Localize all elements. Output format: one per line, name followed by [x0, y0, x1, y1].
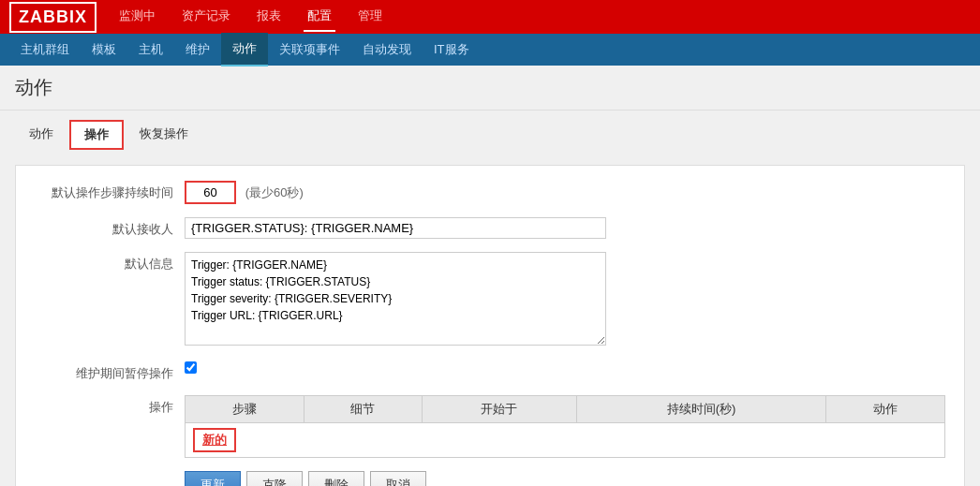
update-button[interactable]: 更新 — [185, 471, 241, 486]
second-navigation: 主机群组 模板 主机 维护 动作 关联项事件 自动发现 IT服务 — [0, 34, 980, 66]
operations-table: 步骤 细节 开始于 持续时间(秒) 动作 新的 — [185, 395, 945, 458]
ops-new-row: 新的 — [186, 423, 945, 458]
message-control: Trigger: {TRIGGER.NAME} Trigger status: … — [185, 252, 945, 348]
nav-config[interactable]: 配置 — [304, 2, 335, 32]
delete-button[interactable]: 删除 — [308, 471, 364, 486]
nav-admin[interactable]: 管理 — [354, 2, 386, 32]
step-duration-control: (最少60秒) — [185, 181, 945, 204]
tab-bar: 动作 操作 恢复操作 — [15, 120, 965, 150]
col-action: 动作 — [826, 396, 945, 423]
new-operation-link[interactable]: 新的 — [193, 428, 236, 452]
zabbix-logo: ZABBIX — [9, 2, 97, 33]
nav-assets[interactable]: 资产记录 — [178, 2, 234, 32]
page-title: 动作 — [15, 75, 965, 100]
message-textarea[interactable]: Trigger: {TRIGGER.NAME} Trigger status: … — [185, 252, 606, 346]
pause-checkbox[interactable] — [185, 361, 197, 374]
message-row: 默认信息 Trigger: {TRIGGER.NAME} Trigger sta… — [35, 252, 945, 348]
recipient-control — [185, 217, 945, 239]
page-title-bar: 动作 — [0, 66, 980, 110]
message-label: 默认信息 — [35, 252, 185, 272]
content-area: 动作 操作 恢复操作 默认操作步骤持续时间 (最少60秒) 默认接收人 默认信息… — [0, 110, 980, 486]
tab-recovery[interactable]: 恢复操作 — [126, 120, 202, 150]
recipient-input[interactable] — [185, 217, 606, 239]
nav-hosts[interactable]: 主机 — [127, 34, 174, 66]
top-navigation: ZABBIX 监测中 资产记录 报表 配置 管理 — [0, 0, 980, 34]
nav-itservices[interactable]: IT服务 — [423, 34, 481, 66]
tab-operations[interactable]: 操作 — [69, 120, 124, 150]
pause-row: 维护期间暂停操作 — [35, 361, 945, 382]
col-detail: 细节 — [304, 396, 423, 423]
pause-control — [185, 361, 945, 374]
nav-monitor[interactable]: 监测中 — [115, 2, 159, 32]
cancel-button[interactable]: 取消 — [370, 471, 426, 486]
col-duration: 持续时间(秒) — [576, 396, 826, 423]
nav-hostgroups[interactable]: 主机群组 — [9, 34, 81, 66]
operations-label: 操作 — [35, 395, 185, 416]
step-duration-hint: (最少60秒) — [245, 185, 304, 199]
nav-reports[interactable]: 报表 — [253, 2, 285, 32]
ops-new-cell: 新的 — [186, 423, 945, 458]
form-section: 默认操作步骤持续时间 (最少60秒) 默认接收人 默认信息 Trigger: {… — [15, 165, 965, 486]
nav-actions[interactable]: 动作 — [221, 33, 268, 66]
step-duration-row: 默认操作步骤持续时间 (最少60秒) — [35, 181, 945, 204]
step-duration-label: 默认操作步骤持续时间 — [35, 181, 185, 201]
operations-row: 操作 步骤 细节 开始于 持续时间(秒) 动作 — [35, 395, 945, 458]
col-start: 开始于 — [423, 396, 577, 423]
tab-action[interactable]: 动作 — [15, 120, 67, 150]
nav-maintenance[interactable]: 维护 — [174, 34, 221, 66]
recipient-label: 默认接收人 — [35, 217, 185, 238]
operations-control: 步骤 细节 开始于 持续时间(秒) 动作 新的 — [185, 395, 945, 458]
nav-templates[interactable]: 模板 — [81, 34, 127, 66]
button-row: 更新 克隆 删除 取消 — [35, 471, 945, 486]
col-steps: 步骤 — [186, 396, 304, 423]
recipient-row: 默认接收人 — [35, 217, 945, 239]
pause-label: 维护期间暂停操作 — [35, 361, 185, 382]
nav-correlation[interactable]: 关联项事件 — [268, 34, 351, 66]
top-nav-items: 监测中 资产记录 报表 配置 管理 — [115, 2, 386, 32]
step-duration-input[interactable] — [185, 181, 236, 204]
nav-discovery[interactable]: 自动发现 — [351, 34, 423, 66]
clone-button[interactable]: 克隆 — [246, 471, 303, 486]
